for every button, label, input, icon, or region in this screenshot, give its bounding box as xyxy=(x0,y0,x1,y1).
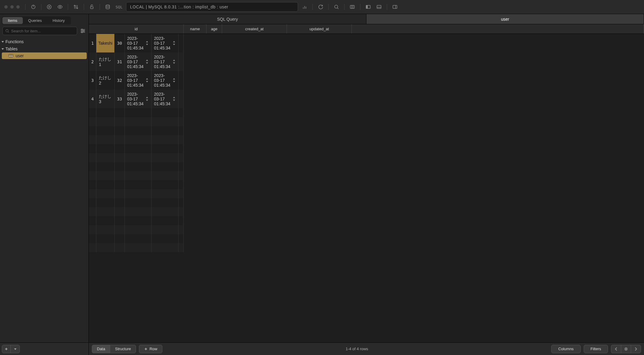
table-row[interactable] xyxy=(89,198,183,207)
table-row[interactable]: 1Takeshi302023-03-17 01:45:342023-03-17 … xyxy=(89,34,183,52)
table-row[interactable] xyxy=(89,216,183,225)
cell-name[interactable]: たけし2 xyxy=(96,71,114,90)
table-row[interactable] xyxy=(89,234,183,243)
panel-left-icon[interactable] xyxy=(364,3,372,11)
table-row[interactable] xyxy=(89,180,183,189)
table-row[interactable] xyxy=(89,171,183,180)
cell-id[interactable]: 4 xyxy=(89,90,96,108)
cell-age[interactable]: 30 xyxy=(114,34,125,52)
cancel-query-icon[interactable] xyxy=(45,3,53,11)
search-input[interactable] xyxy=(11,29,74,33)
stepper-icon[interactable] xyxy=(145,59,149,64)
chart-icon[interactable] xyxy=(300,3,309,11)
svg-marker-42 xyxy=(146,41,148,43)
cell-created-at[interactable]: 2023-03-17 01:45:34 xyxy=(125,71,151,90)
cell-updated-at[interactable]: 2023-03-17 01:45:34 xyxy=(152,71,178,90)
minimize-window[interactable] xyxy=(10,5,14,9)
stepper-icon[interactable] xyxy=(172,77,176,83)
group-functions[interactable]: Functions xyxy=(0,38,89,45)
sql-mode-badge[interactable]: SQL xyxy=(114,5,124,9)
lock-icon[interactable] xyxy=(88,3,96,11)
prev-page-button[interactable] xyxy=(611,345,621,353)
add-item-menu-button[interactable] xyxy=(11,345,20,353)
col-updated-at[interactable]: updated_at xyxy=(287,24,352,34)
stepper-icon[interactable] xyxy=(145,77,149,83)
group-tables[interactable]: Tables xyxy=(0,45,89,52)
cell-age[interactable]: 32 xyxy=(114,71,125,90)
filter-settings-icon[interactable] xyxy=(80,28,86,34)
table-item-user[interactable]: user xyxy=(2,52,87,59)
panel-bottom-icon[interactable] xyxy=(375,3,383,11)
table-row[interactable] xyxy=(89,243,183,252)
svg-marker-56 xyxy=(173,97,175,98)
panel-columns-icon[interactable] xyxy=(348,3,357,11)
add-row-button[interactable]: Row xyxy=(139,345,162,353)
panel-right-icon[interactable] xyxy=(391,3,399,11)
cell-updated-at[interactable]: 2023-03-17 01:45:34 xyxy=(152,90,178,108)
table-row[interactable] xyxy=(89,162,183,171)
table-row[interactable] xyxy=(89,144,183,153)
cell-name[interactable]: たけし3 xyxy=(96,90,114,108)
tab-queries[interactable]: Queries xyxy=(23,17,47,24)
table-row[interactable] xyxy=(89,225,183,234)
data-grid[interactable]: id name age created_at updated_at 1Takes… xyxy=(89,24,644,342)
col-created-at[interactable]: created_at xyxy=(222,24,287,34)
data-view-button[interactable]: Data xyxy=(92,345,110,353)
cell-id[interactable]: 3 xyxy=(89,71,96,90)
cell-created-at[interactable]: 2023-03-17 01:45:34 xyxy=(125,90,151,108)
page-settings-button[interactable] xyxy=(621,345,631,353)
stepper-icon[interactable] xyxy=(145,96,149,102)
cell-created-at[interactable]: 2023-03-17 01:45:34 xyxy=(125,52,151,71)
table-row[interactable] xyxy=(89,117,183,126)
add-item-button[interactable] xyxy=(2,345,11,353)
cell-id[interactable]: 1 xyxy=(89,34,96,52)
search-box[interactable] xyxy=(2,27,77,35)
col-name[interactable]: name xyxy=(184,24,206,34)
cell-updated-at[interactable]: 2023-03-17 01:45:34 xyxy=(152,52,178,71)
cell-name[interactable]: たけし1 xyxy=(96,52,114,71)
col-age[interactable]: age xyxy=(206,24,222,34)
cell-id[interactable]: 2 xyxy=(89,52,96,71)
tab-history[interactable]: History xyxy=(47,17,70,24)
eye-icon[interactable] xyxy=(56,3,64,11)
tab-table-user[interactable]: user xyxy=(366,14,644,24)
table-row[interactable] xyxy=(89,126,183,135)
cell-age[interactable]: 33 xyxy=(114,90,125,108)
database-icon[interactable] xyxy=(104,3,112,11)
stepper-icon[interactable] xyxy=(172,40,176,46)
svg-point-32 xyxy=(81,32,83,33)
svg-rect-20 xyxy=(366,5,368,9)
transfer-icon[interactable] xyxy=(72,3,80,11)
stepper-icon[interactable] xyxy=(145,40,149,46)
tab-sql-query[interactable]: SQL Query xyxy=(89,14,366,24)
next-page-button[interactable] xyxy=(631,345,641,353)
power-icon[interactable] xyxy=(29,3,38,11)
table-row[interactable] xyxy=(89,207,183,216)
stepper-icon[interactable] xyxy=(172,96,176,102)
structure-view-button[interactable]: Structure xyxy=(110,345,136,353)
zoom-window[interactable] xyxy=(16,5,20,9)
cell-age[interactable]: 31 xyxy=(114,52,125,71)
close-window[interactable] xyxy=(4,5,8,9)
sidebar: Items Queries History Functions xyxy=(0,14,89,355)
table-row[interactable] xyxy=(89,153,183,162)
table-row[interactable] xyxy=(89,135,183,144)
stepper-icon[interactable] xyxy=(172,59,176,64)
table-row[interactable]: 2たけし1312023-03-17 01:45:342023-03-17 01:… xyxy=(89,52,183,71)
table-row[interactable] xyxy=(89,189,183,198)
plus-icon xyxy=(144,347,148,351)
tab-items[interactable]: Items xyxy=(2,17,23,24)
columns-button[interactable]: Columns xyxy=(551,345,580,353)
col-id[interactable]: id xyxy=(89,24,184,34)
search-icon[interactable] xyxy=(332,3,341,11)
cell-updated-at[interactable]: 2023-03-17 01:45:34 xyxy=(152,34,178,52)
table-row[interactable]: 3たけし2322023-03-17 01:45:342023-03-17 01:… xyxy=(89,71,183,90)
table-row[interactable]: 4たけし3332023-03-17 01:45:342023-03-17 01:… xyxy=(89,90,183,108)
filters-button[interactable]: Filters xyxy=(584,345,608,353)
cell-name[interactable]: Takeshi xyxy=(96,34,114,52)
window-controls xyxy=(2,5,22,9)
cell-created-at[interactable]: 2023-03-17 01:45:34 xyxy=(125,34,151,52)
location-bar[interactable]: LOCAL | MySQL 8.0.31 :…tion : implist_db… xyxy=(126,2,298,12)
table-row[interactable] xyxy=(89,108,183,117)
refresh-icon[interactable] xyxy=(316,3,325,11)
